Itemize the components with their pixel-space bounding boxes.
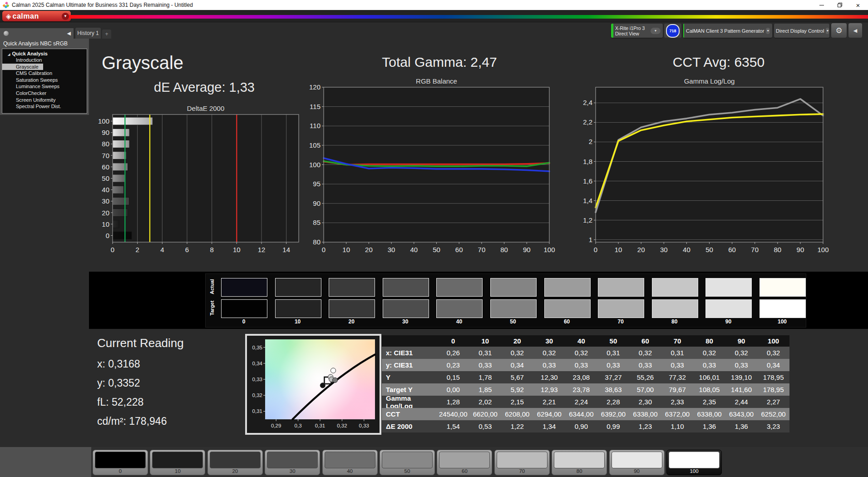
sidebar-collapse-icon[interactable]: ◀ <box>67 30 71 36</box>
table-cell: 178,95 <box>757 371 789 383</box>
pattern-bottom-bar: 0102030405060708090100 ▲ ■▶[··]∞↻ « Back… <box>0 447 868 477</box>
table-cell: 0,33 <box>629 359 661 371</box>
calman-menu-button[interactable]: ◈ calman ▼ <box>2 11 71 21</box>
table-cell: 6344,00 <box>565 408 597 420</box>
settings-button[interactable]: ⚙ <box>831 23 847 38</box>
sidebar-item-spectral-power-dist-[interactable]: Spectral Power Dist. <box>2 103 87 110</box>
table-cell: 12,93 <box>533 383 566 396</box>
svg-text:10: 10 <box>233 246 241 253</box>
pattern-button-20[interactable]: 20 <box>207 450 263 475</box>
minimize-button[interactable] <box>813 0 831 10</box>
sidebar-item-colorchecker[interactable]: ColorChecker <box>2 90 87 97</box>
window-title: Calman 2025 Calman Ultimate for Business… <box>12 2 193 8</box>
table-cell: 0,33 <box>565 359 597 371</box>
svg-text:0,3: 0,3 <box>295 423 302 428</box>
table-cell: 2,44 <box>725 396 758 408</box>
pattern-button-40[interactable]: 40 <box>322 450 378 475</box>
meter-dropdown[interactable]: X-Rite i1Pro 3 Direct View ▼ <box>611 24 663 38</box>
meter-mode: Direct View <box>615 31 649 36</box>
svg-text:100: 100 <box>543 246 555 253</box>
table-cell: 0,33 <box>533 359 566 371</box>
table-cell: 5,92 <box>501 383 533 396</box>
svg-text:100: 100 <box>309 161 321 169</box>
table-cell: 5,67 <box>501 371 533 383</box>
sidebar-item-cms-calibration[interactable]: CMS Calibration <box>2 70 87 77</box>
table-column-header-10: 10 <box>469 335 502 347</box>
display-control-name: Direct Display Control <box>774 27 826 35</box>
swatch-strip-panel: Actual Target 0102030405060708090100 <box>205 273 806 328</box>
table-cell: 0,33 <box>469 359 502 371</box>
pattern-button-90[interactable]: 90 <box>609 450 665 475</box>
tab-history-1[interactable]: History 1 <box>75 28 101 39</box>
svg-text:50: 50 <box>705 246 713 253</box>
svg-text:60: 60 <box>455 246 463 253</box>
close-button[interactable]: × <box>849 0 867 10</box>
svg-text:30: 30 <box>102 197 109 205</box>
table-cell: 0,31 <box>597 347 630 359</box>
table-cell: 0,53 <box>469 420 502 432</box>
pattern-label: 60 <box>437 468 492 474</box>
svg-text:0,31: 0,31 <box>252 408 262 414</box>
svg-text:110: 110 <box>310 122 321 129</box>
meter-count-badge-tile[interactable]: 718 <box>664 24 681 38</box>
grayscale-swatch-strip: Actual Target 0102030405060708090100 <box>89 272 868 329</box>
pattern-button-80[interactable]: 80 <box>552 450 607 475</box>
svg-text:0,31: 0,31 <box>315 423 325 428</box>
pattern-label: 30 <box>265 468 320 474</box>
workflow-title: Quick Analysis NBC sRGB <box>3 40 68 47</box>
tab-add-button[interactable]: + <box>102 30 111 39</box>
table-cell: 0,32 <box>629 347 661 359</box>
calman-diamond-icon: ◈ <box>6 12 11 20</box>
sidebar-item-screen-uniformity[interactable]: Screen Uniformity <box>2 97 87 104</box>
pattern-swatch <box>382 452 433 468</box>
target-swatch-70 <box>598 299 644 318</box>
sidebar-item-grayscale[interactable]: Grayscale <box>2 64 43 70</box>
sidebar-item-luminance-sweeps[interactable]: Luminance Sweeps <box>2 83 87 90</box>
workflow-ball-icon[interactable] <box>4 31 9 36</box>
restore-button[interactable] <box>831 0 849 10</box>
pattern-button-0[interactable]: 0 <box>93 450 148 475</box>
right-panel-collapse-button[interactable]: ◀ <box>848 23 862 38</box>
table-cell: 0,31 <box>661 347 694 359</box>
pattern-button-60[interactable]: 60 <box>437 450 492 475</box>
measurement-table: 0102030405060708090100x: CIE310,260,310,… <box>382 335 789 432</box>
pattern-label: 40 <box>323 468 377 474</box>
pattern-button-100[interactable]: 100 <box>666 450 722 475</box>
table-cell: 0,33 <box>693 359 725 371</box>
meter-chevron-icon: ▼ <box>651 28 661 34</box>
table-cell: 2,21 <box>533 396 566 408</box>
table-cell: 0,33 <box>661 359 694 371</box>
svg-text:40: 40 <box>102 186 109 194</box>
sidebar-item-introduction[interactable]: Introduction <box>2 57 87 64</box>
svg-text:50: 50 <box>433 246 440 253</box>
table-cell: 0,34 <box>501 359 533 371</box>
table-row-target-y: Target Y0,001,855,9212,9323,7838,6357,00… <box>382 383 789 396</box>
table-column-header-80: 80 <box>693 335 725 347</box>
pattern-button-50[interactable]: 50 <box>380 450 435 475</box>
sidebar-item-saturation-sweeps[interactable]: Saturation Sweeps <box>2 77 87 84</box>
svg-text:1,4: 1,4 <box>583 197 592 204</box>
table-column-header-40: 40 <box>565 335 597 347</box>
gamma-loglog-chart: Gamma Log/Log11,21,41,61,822,22,40102030… <box>579 77 844 257</box>
svg-text:0,32: 0,32 <box>337 423 347 428</box>
table-cell: 0,34 <box>757 359 789 371</box>
svg-text:0: 0 <box>594 246 597 253</box>
table-cell: 6372,00 <box>661 408 694 420</box>
swatch-level-label: 90 <box>705 318 751 325</box>
tree-root-quick-analysis[interactable]: ◢Quick Analysis <box>8 51 87 56</box>
source-dropdown[interactable]: CalMAN Client 3 Pattern Generator ▼ <box>683 24 772 38</box>
actual-swatch-0 <box>221 278 267 297</box>
table-cell: 1,78 <box>469 371 502 383</box>
table-cell: 0,32 <box>565 347 597 359</box>
table-cell: 1,10 <box>661 420 694 432</box>
actual-swatch-70 <box>598 278 644 297</box>
pattern-button-30[interactable]: 30 <box>265 450 320 475</box>
display-control-dropdown[interactable]: Direct Display Control ▼ <box>774 24 829 38</box>
pattern-button-70[interactable]: 70 <box>494 450 550 475</box>
calman-app-window: Calman 2025 Calman Ultimate for Business… <box>0 0 868 477</box>
svg-text:10: 10 <box>102 220 109 228</box>
svg-text:80: 80 <box>102 140 109 148</box>
table-cell: 1,23 <box>629 420 661 432</box>
pattern-swatch <box>554 452 605 468</box>
pattern-button-10[interactable]: 10 <box>150 450 205 475</box>
